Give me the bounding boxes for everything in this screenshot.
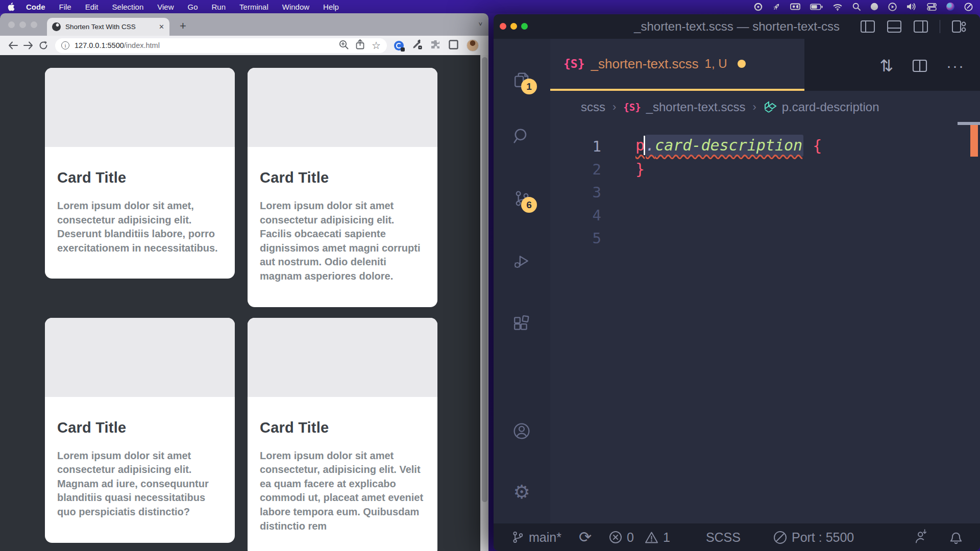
tab-close-icon[interactable]: ✕ — [159, 23, 164, 31]
menu-item-window[interactable]: Window — [282, 3, 309, 11]
circle-slash-icon — [773, 531, 787, 544]
account-icon[interactable] — [513, 422, 530, 440]
card: Card Title Lorem ipsum dolor sit amet co… — [248, 318, 437, 551]
toggle-secondary-sidebar-icon[interactable] — [913, 19, 928, 34]
split-editor-icon[interactable] — [912, 58, 928, 74]
play-circle-icon[interactable] — [888, 3, 897, 11]
activity-bar: 1 6 — [494, 39, 550, 523]
symbol-class-icon — [764, 101, 777, 114]
extensions-icon[interactable] — [513, 315, 530, 332]
notifications-bell-icon[interactable] — [949, 530, 963, 545]
side-panel-icon[interactable] — [449, 40, 458, 52]
chevron-right-icon: › — [752, 101, 756, 114]
url-bar[interactable]: i 127.0.0.1:5500/index.html ☆ — [55, 38, 387, 53]
language-mode[interactable]: SCSS — [706, 530, 741, 545]
browser-tab[interactable]: Shorten Text With CSS ✕ — [47, 18, 169, 36]
desktop: Code File Edit Selection View Go Run Ter… — [0, 0, 980, 551]
breadcrumb-symbol[interactable]: p.card-description — [782, 100, 879, 114]
menu-item-view[interactable]: View — [157, 3, 174, 11]
clock-icon[interactable] — [964, 3, 973, 11]
feedback-person-icon[interactable] — [915, 530, 930, 544]
search-icon[interactable] — [513, 128, 530, 145]
bookmark-star-icon[interactable]: ☆ — [372, 42, 381, 49]
new-tab-button[interactable]: + — [180, 19, 186, 33]
settings-gear-icon[interactable]: ⚙ — [513, 484, 530, 501]
profile-avatar[interactable] — [467, 39, 479, 52]
menu-item-edit[interactable]: Edit — [85, 3, 99, 11]
reload-icon[interactable] — [36, 41, 51, 50]
toggle-panel-icon[interactable] — [887, 19, 902, 34]
menu-bar: Code File Edit Selection View Go Run Ter… — [0, 0, 980, 13]
back-icon[interactable] — [5, 41, 20, 49]
line-number: 5 — [550, 230, 601, 247]
menu-item-app[interactable]: Code — [26, 3, 45, 11]
wifi-icon[interactable] — [832, 3, 843, 11]
menu-item-run[interactable]: Run — [212, 3, 226, 11]
toggle-primary-sidebar-icon[interactable] — [860, 19, 875, 34]
card-description: Lorem ipsum dolor sit amet, consectetur … — [57, 199, 223, 255]
breadcrumb-folder[interactable]: scss — [581, 100, 605, 114]
volume-icon[interactable] — [906, 3, 917, 11]
browser-window-controls[interactable] — [8, 21, 37, 28]
menu-item-selection[interactable]: Selection — [112, 3, 144, 11]
scrollbar-thumb[interactable] — [482, 57, 487, 502]
screen-record-icon[interactable] — [790, 3, 800, 10]
extensions-puzzle-icon[interactable] — [430, 39, 440, 52]
card-description: Lorem ipsum dolor sit amet consectetur a… — [57, 449, 223, 519]
menu-item-terminal[interactable]: Terminal — [239, 3, 268, 11]
spotlight-search-icon[interactable] — [852, 3, 861, 11]
minimize-window-icon — [510, 23, 517, 30]
port-label: Port : 5500 — [792, 530, 854, 545]
unsaved-changes-dot[interactable] — [738, 60, 746, 68]
status-bar: main* ⟳ 0 1 SCSS Port : 5500 — [494, 523, 980, 551]
card-image-placeholder — [45, 318, 235, 397]
editor-tab[interactable]: {S} _shorten-text.scss 1, U — [550, 39, 804, 91]
battery-icon[interactable] — [810, 4, 823, 10]
sync-icon[interactable]: ⟳ — [579, 531, 592, 544]
scrollbar-track[interactable] — [480, 55, 488, 551]
share-icon[interactable] — [356, 39, 364, 52]
code-line-3[interactable]: 3 — [550, 181, 980, 204]
code-line-5[interactable]: 5 — [550, 227, 980, 249]
app-circle-icon[interactable] — [870, 3, 878, 11]
forward-icon[interactable] — [20, 41, 36, 49]
browser-tab-strip: Shorten Text With CSS ✕ + ˅ — [0, 13, 488, 36]
card-image-placeholder — [248, 318, 437, 397]
close-brace: } — [601, 160, 645, 178]
error-icon — [609, 531, 622, 544]
siri-icon[interactable] — [946, 3, 954, 11]
tab-search-chevron-icon[interactable]: ˅ — [478, 20, 482, 28]
breadcrumb-file[interactable]: _shorten-text.scss — [646, 100, 746, 114]
menu-item-file[interactable]: File — [59, 3, 71, 11]
zoom-icon[interactable] — [339, 40, 349, 52]
url-host: 127.0.0.1:5500 — [75, 41, 124, 49]
line-number: 3 — [550, 184, 601, 201]
run-debug-icon[interactable] — [513, 253, 530, 270]
selector-dot: . — [646, 136, 655, 154]
code-line-2[interactable]: 2 } — [550, 158, 980, 181]
code-editor[interactable]: 1 p.card-description { 2 } 3 4 5 — [550, 123, 980, 523]
code-line-1[interactable]: 1 p.card-description { — [550, 135, 980, 158]
vscode-window-controls[interactable] — [500, 23, 528, 30]
git-branch-status[interactable]: main* — [511, 530, 561, 545]
card-image-placeholder — [45, 68, 235, 147]
problems-status[interactable]: 0 1 — [609, 530, 670, 545]
menu-item-go[interactable]: Go — [188, 3, 198, 11]
extension-blue-lock-icon[interactable] — [394, 41, 404, 51]
record-icon[interactable] — [754, 3, 763, 11]
open-changes-icon[interactable]: ⇅ — [879, 56, 893, 76]
live-server-status[interactable]: Port : 5500 — [773, 530, 854, 545]
eyedropper-icon[interactable] — [412, 39, 422, 52]
code-line-4[interactable]: 4 — [550, 204, 980, 227]
rocket-icon[interactable] — [772, 3, 780, 11]
menu-item-help[interactable]: Help — [323, 3, 339, 11]
site-info-icon[interactable]: i — [61, 41, 69, 49]
warning-icon — [645, 531, 658, 544]
control-center-icon[interactable] — [927, 3, 937, 11]
editor-tab-bar: {S} _shorten-text.scss 1, U ⇅ ··· — [550, 39, 980, 91]
customize-layout-icon[interactable] — [951, 19, 967, 34]
apple-icon[interactable] — [7, 3, 15, 11]
tab-git-decoration: 1, U — [705, 57, 727, 71]
more-actions-icon[interactable]: ··· — [946, 61, 965, 71]
url-text[interactable]: 127.0.0.1:5500/index.html — [75, 41, 160, 49]
